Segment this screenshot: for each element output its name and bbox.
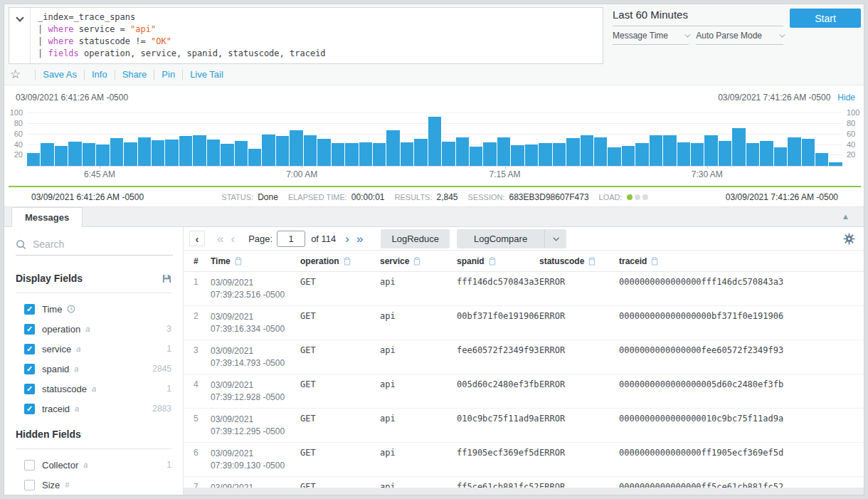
field-count: 2845: [152, 364, 171, 374]
cell-time-date: 03/09/2021: [211, 345, 300, 357]
query-text[interactable]: _index=_trace_spans| where service = "ap…: [31, 8, 333, 63]
action-link-save-as[interactable]: Save As: [43, 69, 77, 80]
start-button[interactable]: Start: [790, 9, 861, 28]
column-header-spanid[interactable]: spanid: [457, 256, 539, 266]
field-checkbox[interactable]: ✓: [24, 324, 35, 335]
x-axis-tick: [100, 166, 100, 169]
field-label[interactable]: service: [42, 344, 71, 354]
histogram-bars[interactable]: [27, 111, 842, 166]
query-editor[interactable]: _index=_trace_spans| where service = "ap…: [9, 7, 603, 64]
prev-page-button[interactable]: ‹: [227, 233, 238, 245]
cell-statuscode: ERROR: [539, 311, 619, 335]
histogram-bar: [428, 117, 441, 166]
query-collapse-gutter[interactable]: [9, 8, 31, 63]
field-checkbox[interactable]: [24, 480, 35, 490]
field-label[interactable]: statuscode: [42, 384, 87, 394]
field-checkbox[interactable]: ✓: [24, 364, 35, 374]
copy-icon[interactable]: [489, 257, 496, 266]
table-row[interactable]: 103/09/202107:39:23.516 -0500GETapifff14…: [184, 272, 864, 306]
logcompare-button[interactable]: LogCompare: [457, 229, 544, 248]
copy-icon[interactable]: [413, 257, 420, 266]
action-link-share[interactable]: Share: [122, 69, 147, 80]
column-header-traceid[interactable]: traceid: [619, 256, 864, 266]
histogram-bar: [262, 135, 275, 166]
copy-icon[interactable]: [651, 257, 658, 266]
messages-panel: Messages ▲ Display Fields ✓Time✓operatio…: [4, 207, 864, 495]
save-fields-icon[interactable]: [162, 274, 171, 283]
load-dot: [642, 194, 648, 200]
copy-icon[interactable]: [588, 257, 596, 266]
histogram-bar: [290, 130, 302, 166]
field-label[interactable]: operation: [42, 324, 80, 335]
field-type-indicator: a: [74, 364, 78, 373]
last-page-button[interactable]: »: [353, 233, 366, 245]
histogram-bar: [788, 137, 800, 166]
table-row[interactable]: 203/09/202107:39:16.334 -0500GETapi00bf3…: [184, 306, 864, 340]
search-input[interactable]: [33, 238, 154, 250]
cell-spanid: 005d60c2480ef3fb: [457, 379, 539, 404]
column-header-statuscode[interactable]: statuscode: [539, 256, 619, 266]
horizontal-scrollbar[interactable]: [184, 488, 864, 495]
field-checkbox[interactable]: ✓: [24, 344, 35, 354]
next-page-button[interactable]: ›: [342, 233, 353, 245]
status-item-value: 2,845: [437, 192, 458, 202]
field-checkbox[interactable]: [24, 460, 35, 471]
auto-parse-mode-dropdown[interactable]: Auto Parse Mode: [696, 31, 783, 45]
field-label[interactable]: Time: [42, 304, 62, 315]
column-header-service[interactable]: service: [380, 256, 457, 266]
field-search[interactable]: [16, 238, 173, 256]
field-label[interactable]: Size: [42, 480, 60, 490]
status-bar: 03/09/2021 6:41:26 AM -0500 STATUS:DoneE…: [9, 186, 861, 202]
histogram-bar: [345, 143, 358, 166]
field-label[interactable]: traceid: [42, 404, 70, 414]
field-type-indicator: #: [65, 480, 69, 489]
page-number-input[interactable]: [277, 231, 305, 247]
field-count: 2883: [152, 404, 171, 414]
histogram-bar: [802, 139, 815, 166]
histogram-bar: [124, 142, 137, 166]
histogram-bar: [497, 137, 510, 166]
collapse-sidebar-icon[interactable]: ‹: [189, 231, 205, 246]
table-header-row: #Timeoperationservicespanidstatuscodetra…: [184, 251, 864, 272]
table-row[interactable]: 503/09/202107:39:12.295 -0500GETapi010c9…: [184, 409, 864, 443]
histogram-bar: [511, 145, 524, 166]
histogram-bar: [248, 149, 261, 166]
x-axis-label: 7:00 AM: [286, 169, 317, 179]
cell-time-clock: 07:39:09.130 -0500: [211, 460, 300, 472]
column-header-operation[interactable]: operation: [300, 256, 380, 266]
field-checkbox[interactable]: ✓: [24, 384, 35, 394]
table-row[interactable]: 403/09/202107:39:12.928 -0500GETapi005d6…: [184, 374, 864, 409]
table-settings-gear-icon[interactable]: [843, 233, 855, 245]
logcompare-dropdown-button[interactable]: [544, 229, 566, 248]
histogram-bar: [317, 139, 330, 166]
message-time-dropdown[interactable]: Message Time: [613, 31, 689, 45]
chevron-down-icon[interactable]: [16, 14, 23, 21]
table-row[interactable]: 603/09/202107:39:09.130 -0500GETapiff190…: [184, 443, 864, 477]
query-line: | where statuscode != "OK": [38, 36, 326, 48]
cell-traceid: 0000000000000000ff1905ecf369ef5d: [619, 448, 864, 472]
action-link-live-tail[interactable]: Live Tail: [190, 69, 223, 80]
cell-service: api: [380, 414, 457, 438]
table-row[interactable]: 303/09/202107:39:14.793 -0500GETapifee60…: [184, 340, 864, 374]
histogram-plot[interactable]: 10010080806060404020206:45 AM7:00 AM7:15…: [27, 111, 842, 167]
time-range-selector[interactable]: Last 60 Minutes: [613, 9, 783, 26]
field-label[interactable]: spanid: [42, 364, 69, 374]
field-checkbox[interactable]: ✓: [24, 404, 35, 414]
chart-start-time: 03/09/2021 6:41:26 AM -0500: [16, 93, 128, 103]
first-page-button[interactable]: «: [213, 233, 227, 245]
column-header-Time[interactable]: Time: [211, 256, 300, 266]
field-checkbox[interactable]: ✓: [24, 304, 35, 315]
favorite-star-icon[interactable]: ☆: [10, 67, 21, 82]
field-label[interactable]: Collector: [42, 460, 78, 471]
histogram-bar: [401, 142, 413, 166]
hide-histogram-link[interactable]: Hide: [837, 93, 855, 103]
logreduce-button[interactable]: LogReduce: [381, 229, 450, 248]
histogram-bar: [746, 143, 759, 166]
action-link-info[interactable]: Info: [92, 69, 107, 80]
tab-messages[interactable]: Messages: [11, 207, 83, 227]
column-header-num[interactable]: #: [194, 256, 211, 266]
collapse-panel-icon[interactable]: ▲: [842, 212, 850, 221]
copy-icon[interactable]: [235, 257, 242, 266]
copy-icon[interactable]: [344, 257, 351, 266]
action-link-pin[interactable]: Pin: [162, 69, 175, 80]
